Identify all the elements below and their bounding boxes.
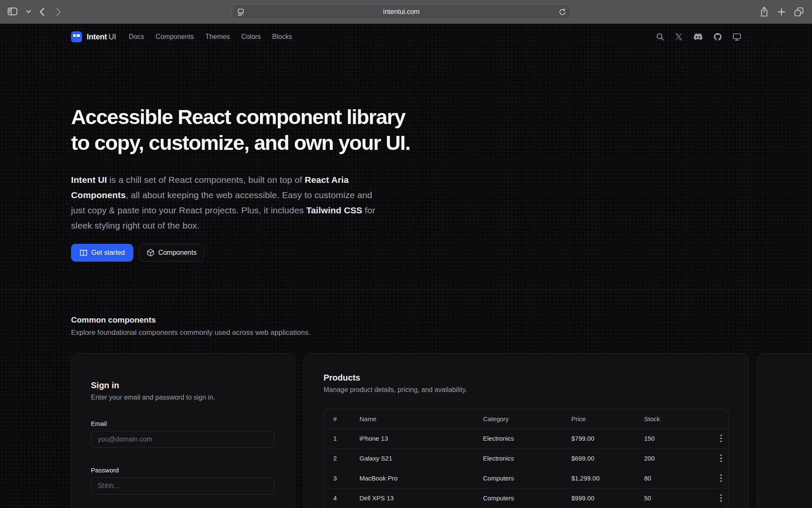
components-showcase: Sign in Enter your email and password to… — [71, 353, 741, 508]
ellipsis-vertical-icon — [720, 454, 722, 462]
search-icon — [656, 33, 664, 41]
cell-num: 3 — [324, 468, 359, 488]
address-bar[interactable]: intentui.com — [232, 4, 571, 19]
hero-heading: Accessible React component library to co… — [71, 104, 741, 156]
back-icon[interactable] — [40, 8, 44, 16]
new-tab-icon[interactable] — [778, 8, 785, 16]
nav-link-components[interactable]: Components — [156, 33, 194, 41]
table-row: 2Galaxy S21Electronics$699.00200 — [324, 448, 729, 468]
components-label: Components — [158, 249, 197, 257]
cell-price: $1,299.00 — [571, 468, 644, 488]
ellipsis-vertical-icon — [720, 494, 722, 502]
browser-toolbar: intentui.com — [0, 0, 812, 24]
cell-price: $999.00 — [571, 488, 644, 508]
section-title: Common components — [71, 315, 741, 325]
brand-primary: Intent — [87, 33, 107, 41]
book-open-icon — [80, 249, 88, 257]
table-row: 3MacBook ProComputers$1,299.0080 — [324, 468, 729, 488]
search-button[interactable] — [656, 33, 664, 41]
products-description: Manage product details, pricing, and ava… — [324, 386, 729, 394]
ellipsis-vertical-icon — [720, 434, 722, 442]
products-title: Products — [324, 373, 729, 383]
reload-icon[interactable] — [559, 8, 566, 16]
cell-stock: 80 — [644, 468, 712, 488]
sign-in-title: Sign in — [91, 381, 274, 390]
hero-paragraph-emphasis: Tailwind CSS — [306, 205, 362, 215]
chevron-down-icon[interactable] — [26, 10, 31, 13]
table-row: 4Dell XPS 13Computers$999.0050 — [324, 488, 729, 508]
sign-in-card: Sign in Enter your email and password to… — [71, 353, 295, 508]
hero-paragraph: Intent UI is a chill set of React compon… — [71, 172, 387, 233]
cell-category: Electronics — [483, 428, 571, 448]
theme-switcher-button[interactable] — [733, 33, 741, 41]
hero-paragraph-text: is a chill set of React components, buil… — [107, 175, 305, 185]
cell-name: Galaxy S21 — [359, 448, 483, 468]
display-icon — [733, 33, 741, 41]
section-divider — [0, 290, 812, 290]
cell-category: Computers — [483, 468, 571, 488]
column-header-actions — [712, 409, 729, 428]
hero-heading-line1: Accessible React component library — [71, 104, 741, 130]
products-table-body: 1iPhone 13Electronics$799.001502Galaxy S… — [324, 428, 729, 508]
x-twitter-link[interactable] — [675, 33, 682, 41]
cell-price: $799.00 — [571, 428, 644, 448]
row-actions-button[interactable] — [718, 492, 724, 504]
site-navbar: IntentUI DocsComponentsThemesColorsBlock… — [71, 24, 741, 41]
cell-num: 4 — [324, 488, 359, 508]
nav-link-themes[interactable]: Themes — [206, 33, 230, 41]
intent-ui-logo-icon[interactable] — [71, 31, 82, 42]
email-label: Email — [91, 420, 274, 427]
page-settings-icon[interactable] — [237, 8, 245, 17]
nav-link-blocks[interactable]: Blocks — [272, 33, 292, 41]
nav-actions — [656, 33, 741, 41]
github-icon — [714, 33, 721, 41]
discord-link[interactable] — [694, 33, 702, 41]
column-header-category: Category — [483, 409, 571, 428]
next-component-card — [757, 353, 812, 508]
share-icon[interactable] — [760, 6, 768, 17]
package-icon — [147, 249, 154, 257]
cell-stock: 150 — [644, 428, 712, 448]
ellipsis-vertical-icon — [720, 474, 722, 482]
tab-overview-icon[interactable] — [794, 7, 804, 17]
get-started-button[interactable]: Get started — [71, 244, 133, 262]
password-field[interactable] — [91, 478, 274, 494]
cell-num: 2 — [324, 448, 359, 468]
password-label: Password — [91, 467, 274, 474]
table-row: 1iPhone 13Electronics$799.00150 — [324, 428, 729, 448]
sidebar-toggle-icon — [8, 7, 17, 16]
get-started-label: Get started — [91, 249, 125, 257]
column-header-stock: Stock — [644, 409, 712, 428]
discord-icon — [694, 33, 702, 40]
nav-link-docs[interactable]: Docs — [129, 33, 144, 41]
products-table-header-row: #NameCategoryPriceStock — [324, 409, 729, 428]
cell-category: Electronics — [483, 448, 571, 468]
brand-name[interactable]: IntentUI — [87, 33, 116, 41]
nav-link-colors[interactable]: Colors — [241, 33, 261, 41]
forward-icon[interactable] — [56, 8, 61, 16]
sidebar-toggle-button[interactable] — [8, 7, 17, 16]
cell-stock: 50 — [644, 488, 712, 508]
row-actions-button[interactable] — [718, 453, 724, 464]
column-header-name: Name — [359, 409, 483, 428]
column-header-num: # — [324, 409, 359, 428]
column-header-price: Price — [571, 409, 644, 428]
url-text: intentui.com — [232, 8, 571, 16]
hero-heading-line2: to copy, customize, and own your UI. — [71, 130, 741, 156]
products-card: Products Manage product details, pricing… — [304, 353, 749, 508]
cell-price: $699.00 — [571, 448, 644, 468]
cell-num: 1 — [324, 428, 359, 448]
sign-in-description: Enter your email and password to sign in… — [91, 394, 274, 401]
github-link[interactable] — [714, 33, 721, 41]
cell-name: Dell XPS 13 — [359, 488, 483, 508]
row-actions-button[interactable] — [718, 472, 724, 484]
email-field[interactable] — [91, 431, 274, 448]
row-actions-button[interactable] — [718, 433, 724, 444]
components-button[interactable]: Components — [139, 244, 204, 262]
hero-paragraph-emphasis: Intent UI — [71, 175, 107, 185]
nav-links: DocsComponentsThemesColorsBlocks — [129, 33, 292, 41]
products-table: #NameCategoryPriceStock 1iPhone 13Electr… — [324, 409, 729, 508]
page-content: IntentUI DocsComponentsThemesColorsBlock… — [0, 24, 812, 508]
section-subtitle: Explore foundational components commonly… — [71, 329, 741, 337]
brand-secondary: UI — [109, 33, 116, 41]
